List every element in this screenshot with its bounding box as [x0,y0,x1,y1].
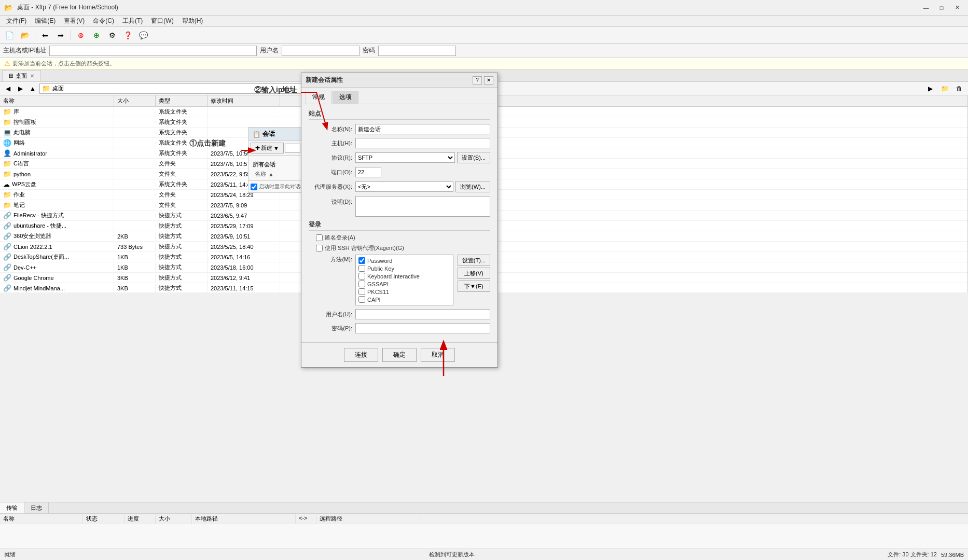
method-checkbox-4[interactable] [358,288,365,295]
menu-item-E[interactable]: 编辑(E) [31,16,60,26]
transfer-tabs: 传输 日志 [0,502,968,514]
toolbar-btn-red-stop[interactable]: ⊗ [74,29,88,41]
col-header-size[interactable]: 大小 [114,95,156,106]
dialog-down-btn[interactable]: 下▼(E) [458,281,490,292]
host-input[interactable] [49,46,257,56]
toolbar-btn-3[interactable]: ⬅ [38,29,52,41]
new-session-btn[interactable]: ✚ 新建 ▼ [251,143,284,153]
maximize-button[interactable]: □ [935,3,948,13]
dialog-settings-t-btn[interactable]: 设置(T)... [458,255,490,266]
method-item: GSSAPI [357,280,451,288]
dialog-anon-checkbox[interactable] [316,234,323,241]
close-button[interactable]: ✕ [950,3,964,13]
file-count-text: 文件: 30 文件夹: 12 [888,551,937,558]
toolbar-btn-green[interactable]: ⊕ [89,29,104,41]
dialog-browse-btn[interactable]: 浏览(W)... [455,181,490,192]
toolbar-btn-2[interactable]: 📂 [18,29,32,41]
method-checkbox-1[interactable] [358,265,365,272]
dialog-desc-textarea[interactable] [355,196,490,217]
transfer-tab-transfer[interactable]: 传输 [0,502,24,513]
col-header-type[interactable]: 类型 [156,95,208,106]
session-search-input[interactable] [285,144,300,153]
nav-right-expand[interactable]: ▶ [923,83,937,94]
dialog-anon-label: 匿名登录(A) [325,234,355,242]
tab-desktop[interactable]: 🖥 桌面 ✕ [2,70,41,81]
minimize-button[interactable]: — [919,3,933,13]
file-size: 1KB [114,253,156,261]
dialog-cancel-btn[interactable]: 取消 [421,348,455,362]
transfer-panel: 传输 日志 名称 状态 进度 大小 本地路径 <-> 远程路径 [0,502,968,549]
dialog-tab-general[interactable]: 常规 [306,91,331,104]
method-checkbox-0[interactable] [358,257,365,264]
toolbar-btn-help[interactable]: ❓ [120,29,135,41]
file-date: 2023/5/25, 18:40 [208,243,280,251]
toolbar-btn-comment[interactable]: 💬 [136,29,150,41]
dialog-port-input[interactable] [355,167,381,177]
nav-forward-btn[interactable]: ▶ [15,83,26,94]
file-type: 快捷方式 [156,231,208,241]
nav-up-btn[interactable]: ▲ [27,83,38,94]
method-label-0: Password [367,258,392,264]
dialog-close-btn[interactable]: ✕ [484,76,493,85]
dialog-username-input[interactable] [355,309,490,319]
dialog-footer: 连接 确定 取消 [301,342,497,367]
dialog-port-label: 端口(O): [309,169,355,176]
toolbar-btn-settings[interactable]: ⚙ [105,29,119,41]
file-size: 733 Bytes [114,243,156,251]
toolbar-btn-4[interactable]: ➡ [53,29,68,41]
menu-item-V[interactable]: 查看(V) [60,16,89,26]
transfer-tab-log[interactable]: 日志 [24,502,49,513]
file-date [208,111,280,113]
tab-label: 桌面 [16,72,27,80]
file-name: 笔记 [13,201,25,209]
dialog-proxy-select[interactable]: <无> [355,181,453,192]
file-size: 3KB [114,284,156,292]
file-type: 系统文件夹 [156,128,208,137]
dialog-desc-row: 说明(D): [309,196,490,217]
menu-item-T[interactable]: 工具(T) [118,16,147,26]
method-checkbox-5[interactable] [358,296,365,303]
menu-item-C[interactable]: 命令(C) [89,16,118,26]
dialog-ssh-agent-row: 使用 SSH 密钥代理(Xagent)(G) [309,244,490,252]
password-input[interactable] [378,46,456,56]
nav-delete[interactable]: 🗑 [952,83,966,94]
file-name: FileRecv - 快捷方式 [13,212,64,219]
method-checkbox-2[interactable] [358,273,365,279]
menu-item-F[interactable]: 文件(F) [2,16,31,26]
warning-icon: ⚠ [4,60,10,67]
new-session-dialog: 新建会话属性 ? ✕ 常规 选项 站点 名称(N): 主机(H): 协议(R):… [301,73,498,368]
dialog-password-input[interactable] [355,323,490,333]
nav-back-btn[interactable]: ◀ [2,83,13,94]
file-type: 文件夹 [156,190,208,200]
tab-close-btn[interactable]: ✕ [29,73,35,79]
toolbar-btn-1[interactable]: 📄 [2,29,17,41]
username-input[interactable] [282,46,359,56]
dialog-help-btn[interactable]: ? [473,76,482,85]
nav-new-folder[interactable]: 📁 [938,83,951,94]
file-icon: 📁 [3,118,11,126]
transfer-col-local: 本地路径 [192,514,296,524]
show-on-start-checkbox[interactable] [251,184,257,190]
transfer-col-remote: 远程路径 [316,514,420,524]
dialog-protocol-select[interactable]: SFTP FTP FTPS SCP [355,152,455,163]
dialog-ssh-agent-checkbox[interactable] [316,245,323,251]
file-size [114,152,156,155]
col-header-date[interactable]: 修改时间 [208,95,280,106]
method-checkbox-3[interactable] [358,281,365,287]
dialog-name-label: 名称(N): [309,125,355,133]
dialog-connect-btn[interactable]: 连接 [344,348,378,362]
file-date: 2023/6/5, 9:47 [208,212,280,220]
file-date: 2023/5/29, 17:09 [208,222,280,230]
dialog-name-input[interactable] [355,124,490,134]
dialog-tab-options[interactable]: 选项 [333,91,358,104]
dialog-settings-btn[interactable]: 设置(S)... [457,152,490,163]
dialog-ok-btn[interactable]: 确定 [382,348,417,362]
menu-item-H[interactable]: 帮助(H) [178,16,208,26]
file-name: python [13,171,31,177]
col-header-name[interactable]: 名称 [0,95,114,106]
menu-item-W[interactable]: 窗口(W) [147,16,177,26]
file-size [114,215,156,217]
dialog-host-input[interactable] [355,138,490,148]
dialog-up-btn[interactable]: 上移(V) [458,268,490,279]
title-bar: 📂 桌面 - Xftp 7 (Free for Home/School) — □… [0,0,968,16]
